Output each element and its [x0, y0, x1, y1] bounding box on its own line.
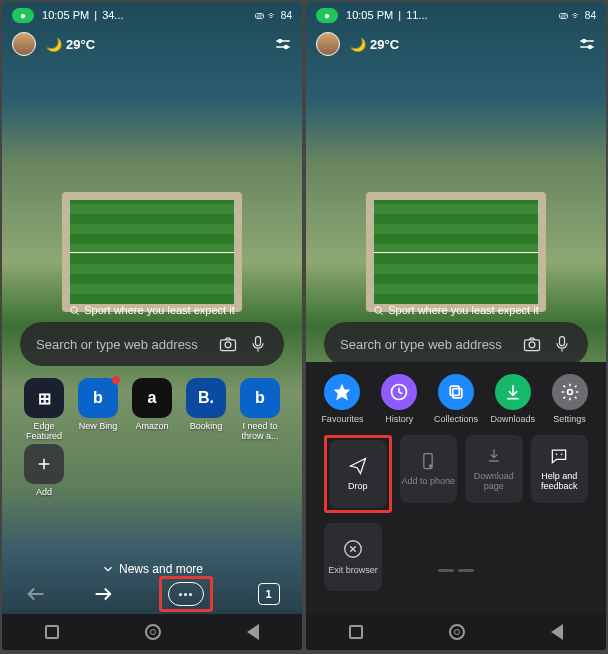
panel-collections[interactable]: Collections	[429, 374, 483, 425]
tile-label: Booking	[190, 422, 223, 432]
status-time: 10:05 PM	[42, 9, 89, 21]
panel-help-and-feedback[interactable]: Help and feedback	[531, 435, 589, 503]
overflow-highlight	[159, 576, 213, 612]
exit-browser-button[interactable]: Exit browser	[324, 523, 382, 591]
svg-point-17	[375, 306, 381, 312]
search-placeholder: Search or type web address	[36, 337, 208, 352]
panel-downloads[interactable]: Downloads	[486, 374, 540, 425]
svg-point-30	[429, 464, 432, 467]
quick-tile-booking[interactable]: B.Booking	[182, 378, 230, 442]
tune-icon[interactable]	[274, 35, 292, 53]
phone-icon	[418, 451, 438, 471]
quick-tile-i-need-to-throw-a-[interactable]: bI need to throw a...	[236, 378, 284, 442]
weather-bar: 🌙 29°C	[2, 28, 302, 60]
recents-button[interactable]	[349, 625, 363, 639]
status-pill: ●	[12, 8, 34, 23]
close-circle-icon	[342, 538, 364, 560]
search-bar[interactable]: Search or type web address	[324, 322, 588, 366]
card-label: Help and feedback	[531, 472, 589, 492]
svg-rect-21	[560, 337, 565, 346]
card-wrap: Help and feedback	[531, 435, 589, 513]
overflow-panel: FavouritesHistoryCollectionsDownloadsSet…	[306, 362, 606, 614]
panel-history[interactable]: History	[372, 374, 426, 425]
android-navbar	[2, 614, 302, 650]
status-time: 10:05 PM	[346, 9, 393, 21]
svg-point-4	[71, 306, 77, 312]
chat-icon	[549, 446, 569, 466]
avatar[interactable]	[316, 32, 340, 56]
back-button[interactable]	[551, 624, 563, 640]
svg-point-3	[285, 46, 288, 49]
panel-row-secondary: DropAdd to phoneDownload pageHelp and fe…	[314, 435, 598, 513]
panel-download-page: Download page	[465, 435, 523, 503]
search-placeholder: Search or type web address	[340, 337, 512, 352]
panel-add-to-phone: Add to phone	[400, 435, 458, 503]
quick-tile-amazon[interactable]: aAmazon	[128, 378, 176, 442]
home-button[interactable]	[449, 624, 465, 640]
recents-button[interactable]	[45, 625, 59, 639]
avatar[interactable]	[12, 32, 36, 56]
tabs-button[interactable]: 1	[258, 583, 280, 605]
svg-point-7	[225, 342, 231, 348]
wallpaper-field	[62, 192, 242, 312]
weather-temp[interactable]: 🌙 29°C	[46, 37, 95, 52]
card-label: Add to phone	[401, 477, 455, 487]
svg-point-15	[583, 40, 586, 43]
panel-label: Downloads	[491, 415, 536, 425]
status-pill: ●	[316, 8, 338, 23]
exit-label: Exit browser	[328, 566, 378, 576]
svg-rect-24	[453, 389, 462, 398]
search-bar[interactable]: Search or type web address	[20, 322, 284, 366]
card-wrap: Download page	[465, 435, 523, 513]
search-icon	[69, 305, 80, 316]
panel-label: Favourites	[321, 415, 363, 425]
moon-icon: 🌙	[46, 37, 62, 52]
panel-drag-handle[interactable]	[438, 569, 474, 572]
status-extra: 11...	[406, 9, 427, 21]
mic-icon[interactable]	[552, 334, 572, 354]
svg-point-2	[279, 40, 282, 43]
tune-icon[interactable]	[578, 35, 596, 53]
send-icon	[348, 456, 368, 476]
status-bar: ● 10:05 PM | 34... ⎚ ᯤ 84	[2, 2, 302, 28]
weather-temp[interactable]: 🌙 29°C	[350, 37, 399, 52]
panel-row-exit: Exit browser	[314, 523, 598, 591]
camera-icon[interactable]	[522, 334, 542, 354]
add-tile[interactable]: Add	[20, 444, 68, 498]
panel-settings[interactable]: Settings	[543, 374, 597, 425]
mic-icon[interactable]	[248, 334, 268, 354]
home-button[interactable]	[145, 624, 161, 640]
quick-tile-new-bing[interactable]: bNew Bing	[74, 378, 122, 442]
back-icon[interactable]	[25, 583, 47, 605]
back-button[interactable]	[247, 624, 259, 640]
card-label: Drop	[348, 482, 368, 492]
tile-icon: b	[240, 378, 280, 418]
quick-tile-edge-featured[interactable]: ⊞Edge Featured	[20, 378, 68, 442]
tile-icon: B.	[186, 378, 226, 418]
svg-marker-22	[334, 384, 351, 401]
add-tile-row: Add	[20, 444, 68, 498]
panel-label: Collections	[434, 415, 478, 425]
panel-favourites[interactable]: Favourites	[315, 374, 369, 425]
tile-label: I need to throw a...	[236, 422, 284, 442]
promo-text: Sport where you least expect it	[2, 304, 302, 316]
overflow-menu-button[interactable]	[168, 582, 204, 606]
screen-left: ● 10:05 PM | 34... ⎚ ᯤ 84 🌙 29°C Sport w…	[2, 2, 302, 650]
card-wrap: Add to phone	[400, 435, 458, 513]
wallpaper-field	[366, 192, 546, 312]
screen-right: ● 10:05 PM | 11... ⎚ ᯤ 84 🌙 29°C Sport w…	[306, 2, 606, 650]
moon-icon: 🌙	[350, 37, 366, 52]
tile-icon: ⊞	[24, 378, 64, 418]
camera-icon[interactable]	[218, 334, 238, 354]
add-label: Add	[36, 488, 52, 498]
tile-icon: a	[132, 378, 172, 418]
forward-icon[interactable]	[92, 583, 114, 605]
clock-icon	[381, 374, 417, 410]
svg-point-16	[589, 46, 592, 49]
search-icon	[373, 305, 384, 316]
quick-tiles: ⊞Edge FeaturedbNew BingaAmazonB.Bookingb…	[20, 378, 284, 442]
dl-icon	[484, 446, 504, 466]
panel-drop[interactable]: Drop	[329, 440, 387, 508]
status-right: ⎚ ᯤ 84	[559, 10, 596, 21]
svg-point-33	[556, 454, 558, 456]
